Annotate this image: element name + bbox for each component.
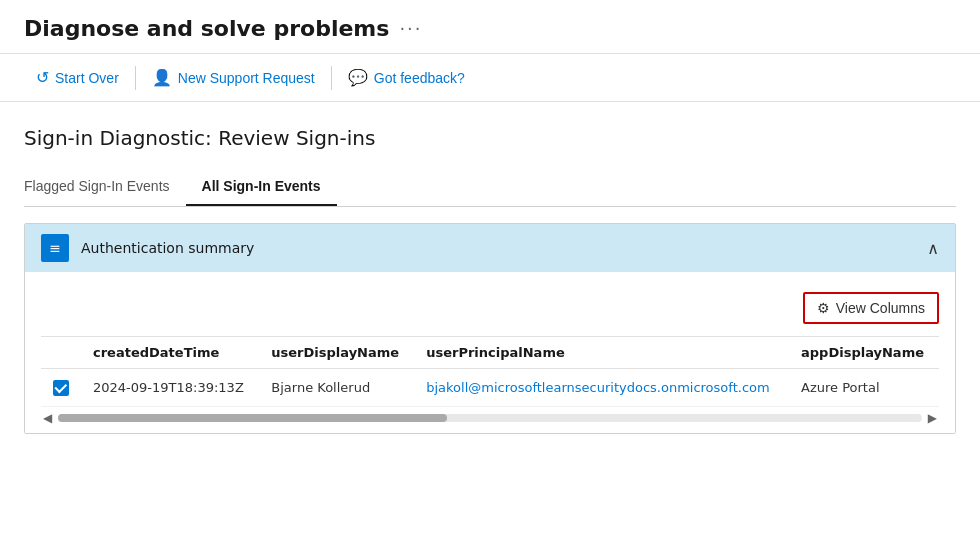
scroll-right-arrow[interactable]: ▶ — [926, 411, 939, 425]
cell-userDisplayName: Bjarne Kollerud — [259, 369, 414, 407]
start-over-label: Start Over — [55, 70, 119, 86]
start-over-icon: ↺ — [36, 68, 49, 87]
view-columns-row: ⚙ View Columns — [41, 284, 939, 336]
new-support-icon: 👤 — [152, 68, 172, 87]
got-feedback-button[interactable]: 💬 Got feedback? — [336, 62, 477, 93]
start-over-button[interactable]: ↺ Start Over — [24, 62, 131, 93]
col-header-appDisplayName: appDisplayName — [789, 337, 939, 369]
scrollbar-track[interactable] — [58, 414, 922, 422]
toolbar-divider-2 — [331, 66, 332, 90]
card-header: ≡ Authentication summary ∧ — [25, 224, 955, 272]
data-table: createdDateTime userDisplayName userPrin… — [41, 337, 939, 407]
scroll-left-arrow[interactable]: ◀ — [41, 411, 54, 425]
section-title: Sign-in Diagnostic: Review Sign-ins — [24, 126, 956, 150]
view-columns-button[interactable]: ⚙ View Columns — [803, 292, 939, 324]
col-header-checkbox — [41, 337, 81, 369]
cell-appDisplayName: Azure Portal — [789, 369, 939, 407]
authentication-summary-card: ≡ Authentication summary ∧ ⚙ View Column… — [24, 223, 956, 434]
card-header-title: Authentication summary — [81, 240, 254, 256]
tabs-container: Flagged Sign-In Events All Sign-In Event… — [24, 170, 956, 207]
col-header-userDisplayName: userDisplayName — [259, 337, 414, 369]
new-support-request-label: New Support Request — [178, 70, 315, 86]
horizontal-scrollbar[interactable]: ◀ ▶ — [41, 407, 939, 433]
new-support-request-button[interactable]: 👤 New Support Request — [140, 62, 327, 93]
collapse-icon[interactable]: ∧ — [927, 239, 939, 258]
col-header-createdDateTime: createdDateTime — [81, 337, 259, 369]
cell-userPrincipalName[interactable]: bjakoll@microsoftlearnsecuritydocs.onmic… — [414, 369, 789, 407]
col-header-userPrincipalName: userPrincipalName — [414, 337, 789, 369]
scrollbar-thumb[interactable] — [58, 414, 447, 422]
table-row: 2024-09-19T18:39:13Z Bjarne Kollerud bja… — [41, 369, 939, 407]
row-checkbox-cell[interactable] — [41, 369, 81, 407]
checkbox-checked[interactable] — [53, 380, 69, 396]
toolbar-divider-1 — [135, 66, 136, 90]
view-columns-label: View Columns — [836, 300, 925, 316]
table-header-row: createdDateTime userDisplayName userPrin… — [41, 337, 939, 369]
card-body: ⚙ View Columns createdDateTime userDispl… — [25, 272, 955, 433]
tab-flagged-signin-events[interactable]: Flagged Sign-In Events — [24, 170, 186, 206]
card-header-icon: ≡ — [41, 234, 69, 262]
feedback-icon: 💬 — [348, 68, 368, 87]
toolbar: ↺ Start Over 👤 New Support Request 💬 Got… — [0, 54, 980, 102]
page-header: Diagnose and solve problems ··· — [0, 0, 980, 54]
more-options-icon[interactable]: ··· — [399, 18, 422, 39]
got-feedback-label: Got feedback? — [374, 70, 465, 86]
tab-all-signin-events[interactable]: All Sign-In Events — [186, 170, 337, 206]
cell-createdDateTime: 2024-09-19T18:39:13Z — [81, 369, 259, 407]
main-content: Sign-in Diagnostic: Review Sign-ins Flag… — [0, 102, 980, 450]
card-header-left: ≡ Authentication summary — [41, 234, 254, 262]
page-title: Diagnose and solve problems — [24, 16, 389, 41]
gear-icon: ⚙ — [817, 300, 830, 316]
